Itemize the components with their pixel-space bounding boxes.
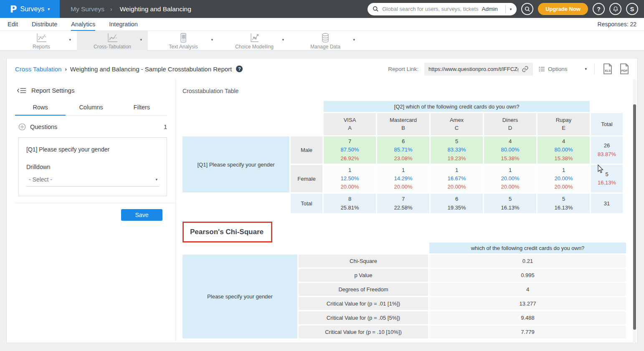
options-menu[interactable]: Options	[539, 66, 568, 72]
chevron-down-icon[interactable]: ▾	[69, 38, 71, 42]
export-xls-icon[interactable]: XLS	[602, 63, 613, 75]
cell-total-pct: 83.87%	[598, 150, 616, 159]
export-pdf-icon[interactable]: PDF	[619, 63, 630, 75]
total-row-label: Total	[291, 194, 322, 213]
pearson-title: Pearson's Chi-Square	[190, 228, 264, 236]
tool-manage-data[interactable]: Manage Data ▾	[290, 31, 361, 51]
chi-square-table: which of the following credit cards do y…	[183, 242, 626, 338]
breadcrumb-cross-tabulation[interactable]: Cross Tabulation	[15, 66, 61, 73]
line-chart-icon	[106, 33, 119, 43]
options-caret-icon[interactable]: ▾	[585, 67, 587, 71]
column-name: Rupay	[556, 116, 572, 124]
report-link-box	[424, 63, 533, 76]
settings-tabs: Rows Columns Filters	[15, 104, 167, 116]
chi-stat-value: 9.488	[429, 311, 626, 324]
breadcrumb-my-surveys[interactable]: My Surveys	[71, 5, 104, 13]
tab-columns[interactable]: Columns	[66, 104, 116, 116]
column-header: VISAA	[324, 113, 376, 135]
report-title: Weighting and Balancing - Sample Crossta…	[70, 66, 232, 73]
tab-filters[interactable]: Filters	[117, 104, 167, 116]
search-scope-caret-icon[interactable]: ▾	[509, 7, 513, 11]
report-body: Report Settings Rows Columns Filters Que…	[7, 79, 637, 343]
nav-distribute[interactable]: Distribute	[32, 18, 57, 31]
collapse-panel-icon[interactable]	[17, 87, 26, 94]
tool-cross-tabulation[interactable]: Cross-Tabulation ▾	[77, 31, 148, 51]
product-switcher[interactable]: P Surveys ▾	[0, 0, 60, 18]
chi-stat-value: 0.21	[429, 255, 626, 268]
chevron-down-icon: ▾	[155, 177, 157, 182]
account-avatar[interactable]: S	[626, 3, 638, 15]
help-button[interactable]: ?	[593, 3, 605, 15]
chi-stat-label: Critical Value for (p = .10 [10%])	[299, 326, 428, 338]
cell-count: 8	[348, 195, 351, 203]
tool-text-analysis[interactable]: Text Analysis ▾	[148, 31, 219, 51]
link-icon[interactable]	[522, 66, 529, 73]
report-link-input[interactable]	[428, 66, 518, 72]
total-cell: 619.35%	[431, 194, 483, 213]
cell-col-pct: 19.23%	[447, 154, 466, 163]
chevron-down-icon[interactable]: ▾	[140, 38, 142, 42]
global-search[interactable]: Admin ▾	[368, 3, 517, 15]
topbar: P Surveys ▾ My Surveys › Weighting and B…	[0, 0, 644, 18]
cell-row-pct: 87.50%	[340, 146, 359, 154]
add-question-icon[interactable]	[18, 123, 26, 131]
cell-count: 5	[509, 195, 512, 203]
save-button[interactable]: Save	[121, 209, 162, 221]
cell-count: 1	[562, 166, 565, 174]
data-cell: 583.33%19.23%	[431, 136, 483, 164]
data-cell: 112.50%20.00%	[324, 165, 376, 192]
analytics-toolbar: Reports ▾ Cross-Tabulation ▾ Text Analys…	[0, 31, 644, 51]
data-cell: 480.00%15.38%	[484, 136, 536, 164]
cell-count: 5	[562, 195, 565, 203]
cell-count: 6	[402, 137, 405, 146]
cell-count: 5	[455, 137, 458, 146]
scrollbar-thumb[interactable]	[633, 104, 636, 330]
vertical-scrollbar[interactable]	[633, 79, 636, 343]
nav-integration[interactable]: Integration	[109, 18, 138, 31]
chi-stat-label: Degrees of Freedom	[299, 283, 428, 296]
chevron-down-icon[interactable]: ▾	[211, 38, 213, 42]
cell-row-pct: 80.00%	[501, 146, 519, 154]
tool-label: Cross-Tabulation	[94, 44, 131, 50]
column-name: VISA	[344, 116, 356, 124]
page-background: Cross Tabulation › Weighting and Balanci…	[0, 51, 644, 351]
report-link-label: Report Link:	[388, 66, 418, 72]
cell-count: 1	[455, 166, 458, 174]
column-code: B	[401, 124, 405, 132]
data-cell: 480.00%15.38%	[538, 136, 590, 164]
cell-pct: 16.13%	[501, 204, 519, 212]
cell-row-pct: 14.29%	[394, 174, 412, 183]
cell-count: 26	[604, 141, 610, 150]
tool-reports[interactable]: Reports ▾	[6, 31, 77, 51]
tool-choice-modelling[interactable]: Choice Modelling ▾	[219, 31, 290, 51]
cell-count: 1	[348, 166, 351, 174]
questionpro-logo-icon: P	[10, 4, 17, 15]
cell-count: 4	[509, 137, 512, 146]
nav-analytics[interactable]: Analytics	[71, 18, 95, 31]
search-button[interactable]	[521, 3, 533, 15]
cell-col-pct: 20.00%	[394, 183, 412, 191]
svg-text:XLS: XLS	[605, 69, 611, 73]
global-search-input[interactable]	[382, 6, 478, 12]
cell-col-pct: 20.00%	[554, 183, 573, 191]
notifications-button[interactable]	[609, 3, 621, 15]
cell-col-pct: 15.38%	[554, 154, 573, 163]
chevron-down-icon[interactable]: ▾	[353, 38, 355, 42]
chevron-down-icon[interactable]: ▾	[282, 38, 284, 42]
cell-row-pct: 12.50%	[340, 174, 359, 183]
help-icon[interactable]: ?	[236, 66, 243, 72]
cell-col-pct: 15.38%	[501, 154, 519, 163]
search-scope-value[interactable]: Admin	[482, 6, 502, 12]
drilldown-select[interactable]: - Select - ▾	[26, 170, 159, 187]
breadcrumb-separator: ›	[65, 66, 66, 72]
row-total-cell: 516.13%	[591, 165, 623, 192]
settings-title: Report Settings	[31, 87, 74, 94]
total-cell: 825.81%	[324, 194, 376, 213]
upgrade-now-button[interactable]: Upgrade Now	[538, 3, 588, 15]
cell-total-pct: 16.13%	[598, 179, 616, 187]
nav-edit[interactable]: Edit	[8, 18, 18, 31]
crosstab-table: [Q2] which of the following credit cards…	[183, 101, 623, 213]
tab-rows[interactable]: Rows	[15, 104, 66, 116]
column-header: RupayE	[538, 113, 590, 135]
chi-column-header: which of the following credit cards do y…	[429, 242, 626, 253]
